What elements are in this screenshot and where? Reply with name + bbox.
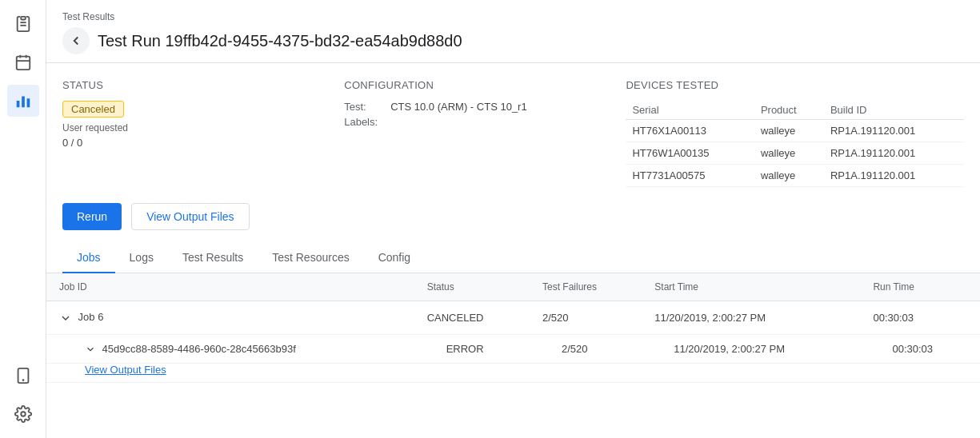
jobs-table-container: Job ID Status Test Failures Start Time R…	[46, 273, 980, 383]
device-row: HT76W1A00135 walleye RP1A.191120.001	[626, 142, 964, 165]
status-sub-text: User requested	[62, 122, 344, 133]
job-id-cell[interactable]: Job 6	[46, 301, 414, 335]
svg-point-12	[21, 412, 26, 416]
view-output-button[interactable]: View Output Files	[131, 203, 249, 230]
devices-title: Devices Tested	[626, 79, 964, 91]
job-status-cell: CANCELED	[414, 301, 530, 335]
device-serial: HT76W1A00135	[626, 142, 754, 165]
col-start-time: Start Time	[642, 273, 860, 301]
devices-block: Devices Tested Serial Product Build ID H…	[626, 79, 964, 187]
sub-job-run-time-cell: 00:30:03	[860, 334, 980, 364]
svg-rect-8	[22, 97, 25, 108]
tab-test-resources[interactable]: Test Resources	[258, 243, 363, 273]
sidebar-item-clipboard[interactable]	[7, 8, 39, 40]
tab-jobs[interactable]: Jobs	[62, 243, 115, 273]
sub-job-failures-cell: 2/520	[530, 334, 642, 364]
sub-job-id-cell: 45d9cc88-8589-4486-960c-28c45663b93f	[46, 334, 414, 364]
main-content: Test Results Test Run 19ffb42d-9455-4375…	[46, 0, 980, 438]
device-row: HT7731A00575 walleye RP1A.191120.001	[626, 165, 964, 187]
device-serial: HT76X1A00113	[626, 120, 754, 142]
view-output-link[interactable]: View Output Files	[85, 364, 166, 376]
svg-rect-3	[16, 57, 30, 70]
devices-col-product: Product	[754, 101, 824, 120]
devices-table: Serial Product Build ID HT76X1A00113 wal…	[626, 101, 964, 187]
status-title: Status	[62, 79, 344, 91]
config-test-value: CTS 10.0 (ARM) - CTS 10_r1	[390, 101, 527, 113]
svg-rect-7	[16, 101, 19, 107]
sidebar-item-phone[interactable]	[7, 360, 39, 392]
back-button[interactable]	[62, 27, 90, 54]
sidebar-item-calendar[interactable]	[7, 46, 39, 78]
sidebar-item-settings[interactable]	[7, 398, 39, 430]
col-run-time: Run Time	[860, 273, 980, 301]
sidebar	[0, 0, 46, 438]
device-product: walleye	[754, 165, 824, 187]
info-section: Status Canceled User requested 0 / 0 Con…	[46, 63, 980, 195]
device-build-id: RP1A.191120.001	[824, 142, 964, 165]
device-product: walleye	[754, 120, 824, 142]
rerun-button[interactable]: Rerun	[62, 203, 122, 230]
col-status: Status	[414, 273, 530, 301]
action-row: Rerun View Output Files	[46, 195, 980, 243]
status-block: Status Canceled User requested 0 / 0	[62, 79, 344, 187]
col-job-id: Job ID	[46, 273, 414, 301]
sidebar-item-barchart[interactable]	[7, 85, 39, 117]
config-block: Configuration Test: CTS 10.0 (ARM) - CTS…	[344, 79, 626, 187]
job-run-time-cell: 00:30:03	[860, 301, 980, 335]
device-serial: HT7731A00575	[626, 165, 754, 187]
device-product: walleye	[754, 142, 824, 165]
breadcrumb: Test Results	[62, 11, 964, 22]
tab-config[interactable]: Config	[364, 243, 425, 273]
config-test-label: Test:	[344, 101, 384, 113]
device-row: HT76X1A00113 walleye RP1A.191120.001	[626, 120, 964, 142]
config-title: Configuration	[344, 79, 626, 91]
job-failures-cell: 2/520	[530, 301, 642, 335]
page-title: Test Run 19ffb42d-9455-4375-bd32-ea54ab9…	[98, 32, 462, 50]
tab-logs[interactable]: Logs	[115, 243, 168, 273]
job-row: Job 6 CANCELED 2/520 11/20/2019, 2:00:27…	[46, 301, 980, 335]
svg-rect-0	[21, 17, 26, 20]
device-build-id: RP1A.191120.001	[824, 165, 964, 187]
device-build-id: RP1A.191120.001	[824, 120, 964, 142]
progress-text: 0 / 0	[62, 137, 344, 149]
config-labels-label: Labels:	[344, 116, 384, 128]
sub-job-row: 45d9cc88-8589-4486-960c-28c45663b93f ERR…	[46, 334, 980, 364]
job-start-time-cell: 11/20/2019, 2:00:27 PM	[642, 301, 860, 335]
col-test-failures: Test Failures	[530, 273, 642, 301]
svg-rect-9	[26, 98, 30, 107]
view-output-row: View Output Files	[46, 364, 980, 383]
jobs-table: Job ID Status Test Failures Start Time R…	[46, 273, 980, 383]
status-badge: Canceled	[62, 101, 124, 117]
tab-test-results[interactable]: Test Results	[168, 243, 258, 273]
sub-job-status-cell: ERROR	[414, 334, 530, 364]
sub-job-start-time-cell: 11/20/2019, 2:00:27 PM	[642, 334, 860, 364]
tabs-row: JobsLogsTest ResultsTest ResourcesConfig	[46, 243, 980, 273]
devices-col-build: Build ID	[824, 101, 964, 120]
devices-col-serial: Serial	[626, 101, 754, 120]
header: Test Results Test Run 19ffb42d-9455-4375…	[46, 0, 980, 63]
